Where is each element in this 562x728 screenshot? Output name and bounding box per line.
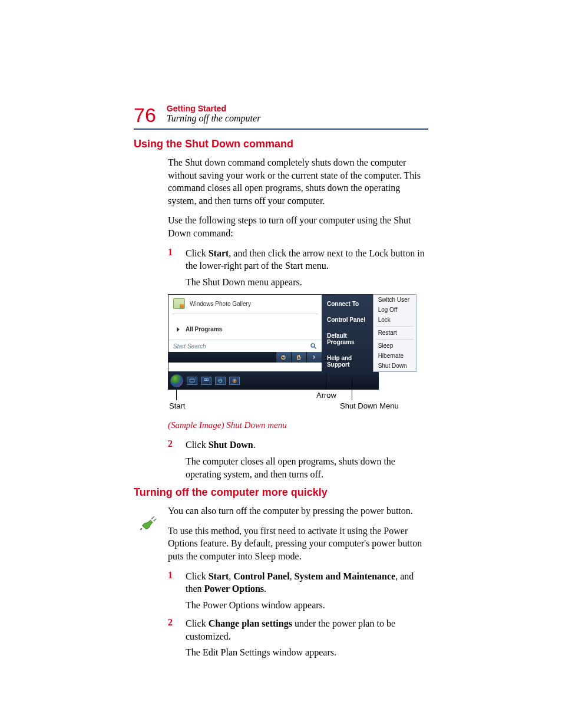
menu-shut-down[interactable]: Shut Down [373, 361, 416, 371]
svg-rect-6 [204, 379, 206, 381]
step-number: 1 [168, 247, 186, 272]
start-right-help-support[interactable]: Help and Support [322, 351, 373, 371]
lock-icon [296, 354, 302, 360]
search-placeholder: Start Search [173, 343, 206, 350]
chevron-right-icon [311, 354, 317, 360]
svg-rect-7 [206, 379, 208, 381]
header-rule [134, 129, 428, 130]
shutdown-arrow-button[interactable] [306, 352, 322, 363]
start-menu-item-photo-gallery[interactable]: Windows Photo Gallery [168, 295, 322, 312]
callout-start: Start [169, 401, 185, 410]
taskbar-icon[interactable] [201, 377, 211, 385]
step-text: Click Shut Down. [186, 439, 428, 452]
section-title: Turning off the computer [167, 113, 261, 124]
step-number: 2 [168, 439, 186, 452]
power-button[interactable] [276, 352, 291, 363]
taskbar-icon[interactable] [187, 377, 197, 385]
body-paragraph: Use the following steps to turn off your… [168, 214, 428, 239]
step-text: Click Change plan settings under the pow… [186, 617, 428, 643]
menu-restart[interactable]: Restart [373, 328, 416, 338]
body-paragraph: To use this method, you first need to ac… [168, 525, 428, 563]
chapter-title: Getting Started [167, 104, 261, 113]
screenshot-shut-down-menu: Windows Photo Gallery All Programs Start… [168, 294, 428, 417]
menu-item-label: Windows Photo Gallery [190, 301, 251, 307]
search-icon [310, 342, 317, 350]
svg-line-1 [314, 347, 316, 349]
menu-log-off[interactable]: Log Off [373, 305, 416, 315]
step-continuation: The Power Options window appears. [186, 599, 428, 612]
separator [376, 339, 414, 340]
triangle-icon [177, 327, 180, 332]
separator [172, 314, 318, 314]
start-right-connect-to[interactable]: Connect To [322, 297, 373, 311]
body-paragraph: You can also turn off the computer by pr… [168, 505, 428, 518]
step-continuation: The Edit Plan Settings window appears. [186, 646, 428, 659]
heading-turn-off-quickly: Turning off the computer more quickly [134, 486, 428, 499]
start-search-input[interactable]: Start Search [168, 340, 322, 352]
photo-gallery-icon [173, 298, 185, 309]
svg-line-11 [151, 516, 154, 519]
callout-arrow: Arrow [316, 391, 336, 400]
figure-caption: (Sample Image) Shut Down menu [168, 420, 428, 430]
start-right-default-programs[interactable]: Default Programs [322, 329, 373, 349]
svg-marker-10 [234, 380, 236, 382]
step-continuation: The computer closes all open programs, s… [186, 455, 428, 480]
step-text: Click Start, Control Panel, System and M… [186, 570, 428, 595]
page-header: 76 Getting Started Turning off the compu… [134, 104, 428, 125]
menu-item-label: All Programs [186, 326, 222, 332]
step-number: 1 [168, 570, 186, 595]
start-menu-all-programs[interactable]: All Programs [168, 315, 322, 340]
body-paragraph: The Shut down command completely shuts d… [168, 156, 428, 207]
taskbar-media-icon[interactable] [229, 377, 240, 385]
taskbar [168, 372, 379, 390]
menu-switch-user[interactable]: Switch User [373, 295, 416, 305]
page-number: 76 [134, 105, 156, 125]
svg-rect-5 [190, 379, 194, 382]
step-number: 2 [168, 617, 186, 643]
start-orb[interactable] [170, 374, 183, 387]
separator [376, 326, 414, 327]
heading-shut-down-command: Using the Shut Down command [134, 138, 428, 150]
svg-point-0 [311, 344, 315, 347]
power-options-icon [140, 513, 157, 530]
power-icon [280, 354, 286, 360]
callout-shutdown-menu: Shut Down Menu [340, 401, 399, 410]
step-continuation: The Shut Down menu appears. [186, 276, 428, 289]
lock-button[interactable] [291, 352, 306, 363]
menu-lock[interactable]: Lock [373, 315, 416, 325]
shutdown-flyout-menu: Switch User Log Off Lock Restart Sleep H… [373, 294, 416, 372]
svg-rect-4 [297, 357, 300, 360]
menu-hibernate[interactable]: Hibernate [373, 351, 416, 361]
start-right-control-panel[interactable]: Control Panel [322, 313, 373, 327]
taskbar-ie-icon[interactable] [215, 377, 226, 385]
svg-line-12 [154, 519, 156, 521]
menu-sleep[interactable]: Sleep [373, 341, 416, 351]
step-text: Click Start, and then click the arrow ne… [186, 247, 428, 272]
